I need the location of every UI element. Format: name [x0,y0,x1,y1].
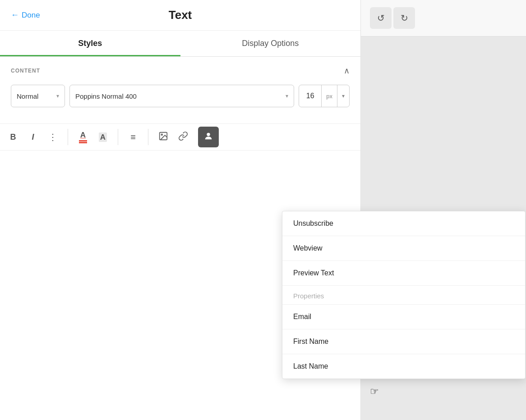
svg-point-1 [161,134,162,135]
image-button[interactable] [154,128,173,146]
text-format-group: B I ⋮ [0,128,66,146]
separator-2 [118,129,118,145]
italic-button[interactable]: I [23,128,42,146]
undo-redo-bar: ↺ ↻ [361,0,526,37]
font-family-value: Poppins Normal 400 [75,92,137,100]
separator-1 [68,129,68,145]
align-group: ≡ [120,128,146,146]
redo-icon: ↻ [401,13,408,23]
done-label: Done [22,11,40,20]
personalize-dropdown: Unsubscribe Webview Preview Text Propert… [282,211,526,379]
font-controls-row: Normal ▾ Poppins Normal 400 ▾ 16 px ▾ [11,85,350,107]
color-group: A A [70,128,116,146]
undo-icon: ↺ [377,13,385,23]
dropdown-item-first-name[interactable]: First Name [282,329,525,354]
content-section: CONTENT ∧ Normal ▾ Poppins Normal 400 ▾ … [0,57,360,123]
dropdown-category-properties: Properties [282,286,525,305]
align-button[interactable]: ≡ [124,128,143,146]
svg-point-2 [207,132,210,136]
more-icon: ⋮ [48,132,58,142]
text-bg-button[interactable]: A [93,128,112,146]
dropdown-item-preview-text[interactable]: Preview Text [282,261,525,286]
font-family-caret-icon: ▾ [286,93,288,99]
font-size-control: 16 px ▾ [299,85,350,107]
font-style-value: Normal [17,92,38,100]
personalize-icon [203,131,213,143]
bold-button[interactable]: B [4,128,23,146]
separator-3 [148,129,148,145]
section-label: CONTENT [11,68,40,74]
image-icon [158,131,168,143]
font-family-select[interactable]: Poppins Normal 400 ▾ [69,85,294,107]
header: ← Done Text [0,0,360,31]
page-title: Text [169,8,192,22]
font-style-caret-icon: ▾ [56,93,59,99]
font-size-unit: px [322,85,337,107]
dropdown-item-unsubscribe[interactable]: Unsubscribe [282,211,525,236]
tab-display-options[interactable]: Display Options [180,31,361,56]
italic-icon: I [32,132,34,142]
align-icon: ≡ [130,132,136,142]
undo-button[interactable]: ↺ [370,7,392,29]
toolbar-row: B I ⋮ A A [0,123,360,150]
section-header: CONTENT ∧ [11,66,350,76]
dropdown-item-webview[interactable]: Webview [282,236,525,261]
text-bg-icon: A [99,132,107,142]
underline-bar [79,140,87,142]
font-size-value[interactable]: 16 [299,85,322,107]
text-color-icon: A [79,131,87,143]
text-color-button[interactable]: A [74,128,92,146]
redo-button[interactable]: ↻ [393,7,415,29]
dropdown-item-email[interactable]: Email [282,305,525,329]
font-size-caret-icon[interactable]: ▾ [337,85,349,107]
link-icon [178,131,188,143]
tabs-container: Styles Display Options [0,31,360,57]
done-button[interactable]: ← Done [11,10,40,20]
bold-icon: B [10,132,16,142]
link-button[interactable] [174,128,193,146]
personalize-button[interactable] [198,127,219,147]
more-button[interactable]: ⋮ [43,128,62,146]
back-arrow-icon: ← [11,10,19,20]
dropdown-item-last-name[interactable]: Last Name [282,354,525,379]
font-style-select[interactable]: Normal ▾ [11,85,65,107]
collapse-icon[interactable]: ∧ [344,66,350,76]
insert-group [150,128,196,146]
tab-styles[interactable]: Styles [0,31,180,56]
